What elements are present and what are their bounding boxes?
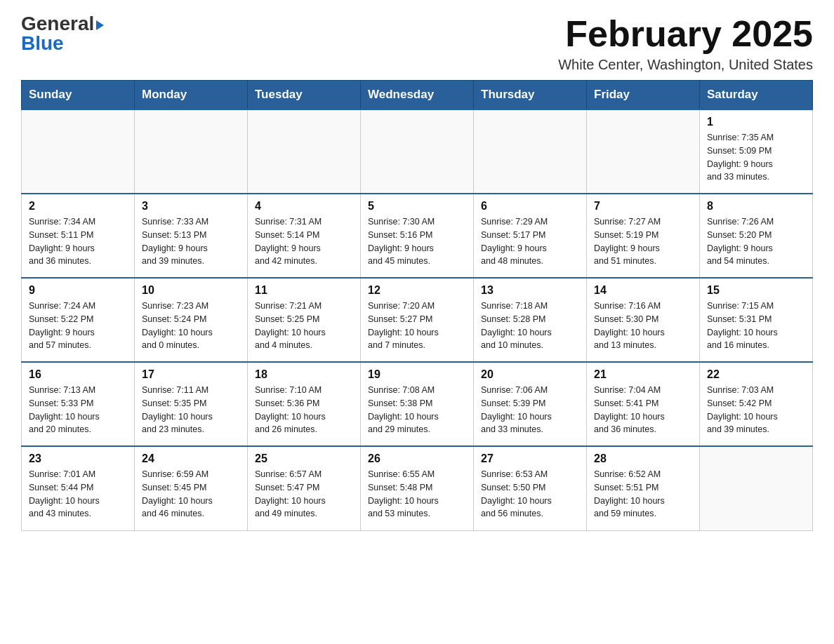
calendar-cell: [22, 109, 135, 194]
calendar-header-row: Sunday Monday Tuesday Wednesday Thursday…: [22, 81, 813, 110]
day-info: Sunrise: 7:20 AM Sunset: 5:27 PM Dayligh…: [368, 300, 466, 352]
calendar-cell: 4Sunrise: 7:31 AM Sunset: 5:14 PM Daylig…: [248, 194, 361, 278]
col-header-saturday: Saturday: [700, 81, 813, 110]
day-info: Sunrise: 7:06 AM Sunset: 5:39 PM Dayligh…: [481, 384, 579, 436]
day-info: Sunrise: 7:11 AM Sunset: 5:35 PM Dayligh…: [142, 384, 240, 436]
calendar-cell: [361, 109, 474, 194]
day-number: 22: [707, 368, 805, 381]
title-block: February 2025 White Center, Washington, …: [558, 14, 813, 73]
calendar-cell: 3Sunrise: 7:33 AM Sunset: 5:13 PM Daylig…: [135, 194, 248, 278]
calendar-cell: 22Sunrise: 7:03 AM Sunset: 5:42 PM Dayli…: [700, 362, 813, 446]
day-info: Sunrise: 6:57 AM Sunset: 5:47 PM Dayligh…: [255, 468, 353, 521]
calendar-week-row-4: 16Sunrise: 7:13 AM Sunset: 5:33 PM Dayli…: [22, 362, 813, 446]
calendar-cell: [135, 109, 248, 194]
calendar-cell: [248, 109, 361, 194]
calendar-cell: 6Sunrise: 7:29 AM Sunset: 5:17 PM Daylig…: [474, 194, 587, 278]
logo: General Blue: [21, 14, 104, 55]
calendar-cell: 26Sunrise: 6:55 AM Sunset: 5:48 PM Dayli…: [361, 446, 474, 530]
col-header-thursday: Thursday: [474, 81, 587, 110]
day-number: 11: [255, 284, 353, 297]
day-info: Sunrise: 7:15 AM Sunset: 5:31 PM Dayligh…: [707, 300, 805, 352]
calendar-cell: 27Sunrise: 6:53 AM Sunset: 5:50 PM Dayli…: [474, 446, 587, 530]
day-info: Sunrise: 7:33 AM Sunset: 5:13 PM Dayligh…: [142, 215, 240, 268]
calendar-cell: 21Sunrise: 7:04 AM Sunset: 5:41 PM Dayli…: [587, 362, 700, 446]
day-number: 4: [255, 200, 353, 213]
day-number: 24: [142, 452, 240, 465]
day-number: 9: [29, 284, 127, 297]
calendar-week-row-2: 2Sunrise: 7:34 AM Sunset: 5:11 PM Daylig…: [22, 194, 813, 278]
calendar-cell: 14Sunrise: 7:16 AM Sunset: 5:30 PM Dayli…: [587, 278, 700, 362]
day-info: Sunrise: 6:53 AM Sunset: 5:50 PM Dayligh…: [481, 468, 579, 521]
day-info: Sunrise: 7:21 AM Sunset: 5:25 PM Dayligh…: [255, 300, 353, 352]
day-info: Sunrise: 6:59 AM Sunset: 5:45 PM Dayligh…: [142, 468, 240, 521]
day-number: 21: [594, 368, 692, 381]
day-number: 1: [707, 116, 805, 128]
calendar-cell: 23Sunrise: 7:01 AM Sunset: 5:44 PM Dayli…: [22, 446, 135, 530]
calendar-table: Sunday Monday Tuesday Wednesday Thursday…: [21, 80, 813, 531]
calendar-cell: 9Sunrise: 7:24 AM Sunset: 5:22 PM Daylig…: [22, 278, 135, 362]
day-number: 28: [594, 452, 692, 465]
day-number: 10: [142, 284, 240, 297]
day-info: Sunrise: 7:30 AM Sunset: 5:16 PM Dayligh…: [368, 215, 466, 268]
day-info: Sunrise: 7:26 AM Sunset: 5:20 PM Dayligh…: [707, 215, 805, 268]
calendar-cell: 5Sunrise: 7:30 AM Sunset: 5:16 PM Daylig…: [361, 194, 474, 278]
calendar-cell: 8Sunrise: 7:26 AM Sunset: 5:20 PM Daylig…: [700, 194, 813, 278]
logo-line2: Blue: [21, 32, 64, 55]
day-info: Sunrise: 7:01 AM Sunset: 5:44 PM Dayligh…: [29, 468, 127, 521]
day-info: Sunrise: 7:10 AM Sunset: 5:36 PM Dayligh…: [255, 384, 353, 436]
day-info: Sunrise: 7:03 AM Sunset: 5:42 PM Dayligh…: [707, 384, 805, 436]
calendar-cell: 24Sunrise: 6:59 AM Sunset: 5:45 PM Dayli…: [135, 446, 248, 530]
day-number: 8: [707, 200, 805, 213]
calendar-cell: 10Sunrise: 7:23 AM Sunset: 5:24 PM Dayli…: [135, 278, 248, 362]
calendar-week-row-5: 23Sunrise: 7:01 AM Sunset: 5:44 PM Dayli…: [22, 446, 813, 530]
calendar-cell: 18Sunrise: 7:10 AM Sunset: 5:36 PM Dayli…: [248, 362, 361, 446]
day-info: Sunrise: 7:24 AM Sunset: 5:22 PM Dayligh…: [29, 300, 127, 352]
day-number: 5: [368, 200, 466, 213]
day-number: 18: [255, 368, 353, 381]
day-number: 23: [29, 452, 127, 465]
day-number: 26: [368, 452, 466, 465]
calendar-cell: 7Sunrise: 7:27 AM Sunset: 5:19 PM Daylig…: [587, 194, 700, 278]
col-header-sunday: Sunday: [22, 81, 135, 110]
calendar-cell: [700, 446, 813, 530]
day-info: Sunrise: 7:29 AM Sunset: 5:17 PM Dayligh…: [481, 215, 579, 268]
calendar-cell: 16Sunrise: 7:13 AM Sunset: 5:33 PM Dayli…: [22, 362, 135, 446]
calendar-cell: [474, 109, 587, 194]
day-number: 2: [29, 200, 127, 213]
calendar-cell: 15Sunrise: 7:15 AM Sunset: 5:31 PM Dayli…: [700, 278, 813, 362]
day-info: Sunrise: 7:04 AM Sunset: 5:41 PM Dayligh…: [594, 384, 692, 436]
day-number: 25: [255, 452, 353, 465]
calendar-cell: 25Sunrise: 6:57 AM Sunset: 5:47 PM Dayli…: [248, 446, 361, 530]
logo-line1: General: [21, 14, 104, 34]
calendar-cell: 28Sunrise: 6:52 AM Sunset: 5:51 PM Dayli…: [587, 446, 700, 530]
calendar-cell: 2Sunrise: 7:34 AM Sunset: 5:11 PM Daylig…: [22, 194, 135, 278]
day-info: Sunrise: 6:55 AM Sunset: 5:48 PM Dayligh…: [368, 468, 466, 521]
day-info: Sunrise: 7:27 AM Sunset: 5:19 PM Dayligh…: [594, 215, 692, 268]
day-info: Sunrise: 7:31 AM Sunset: 5:14 PM Dayligh…: [255, 215, 353, 268]
day-number: 3: [142, 200, 240, 213]
day-number: 13: [481, 284, 579, 297]
calendar-cell: 20Sunrise: 7:06 AM Sunset: 5:39 PM Dayli…: [474, 362, 587, 446]
day-info: Sunrise: 7:35 AM Sunset: 5:09 PM Dayligh…: [707, 131, 805, 184]
day-number: 19: [368, 368, 466, 381]
location-subtitle: White Center, Washington, United States: [558, 57, 813, 73]
calendar-cell: 12Sunrise: 7:20 AM Sunset: 5:27 PM Dayli…: [361, 278, 474, 362]
day-info: Sunrise: 7:18 AM Sunset: 5:28 PM Dayligh…: [481, 300, 579, 352]
calendar-cell: 19Sunrise: 7:08 AM Sunset: 5:38 PM Dayli…: [361, 362, 474, 446]
col-header-monday: Monday: [135, 81, 248, 110]
day-number: 20: [481, 368, 579, 381]
day-info: Sunrise: 7:16 AM Sunset: 5:30 PM Dayligh…: [594, 300, 692, 352]
calendar-cell: 1Sunrise: 7:35 AM Sunset: 5:09 PM Daylig…: [700, 109, 813, 194]
day-info: Sunrise: 7:13 AM Sunset: 5:33 PM Dayligh…: [29, 384, 127, 436]
day-number: 17: [142, 368, 240, 381]
calendar-cell: 13Sunrise: 7:18 AM Sunset: 5:28 PM Dayli…: [474, 278, 587, 362]
day-number: 15: [707, 284, 805, 297]
page-header: General Blue February 2025 White Center,…: [21, 14, 813, 73]
calendar-cell: 11Sunrise: 7:21 AM Sunset: 5:25 PM Dayli…: [248, 278, 361, 362]
col-header-wednesday: Wednesday: [361, 81, 474, 110]
calendar-cell: 17Sunrise: 7:11 AM Sunset: 5:35 PM Dayli…: [135, 362, 248, 446]
day-number: 14: [594, 284, 692, 297]
day-number: 12: [368, 284, 466, 297]
calendar-cell: [587, 109, 700, 194]
day-number: 27: [481, 452, 579, 465]
